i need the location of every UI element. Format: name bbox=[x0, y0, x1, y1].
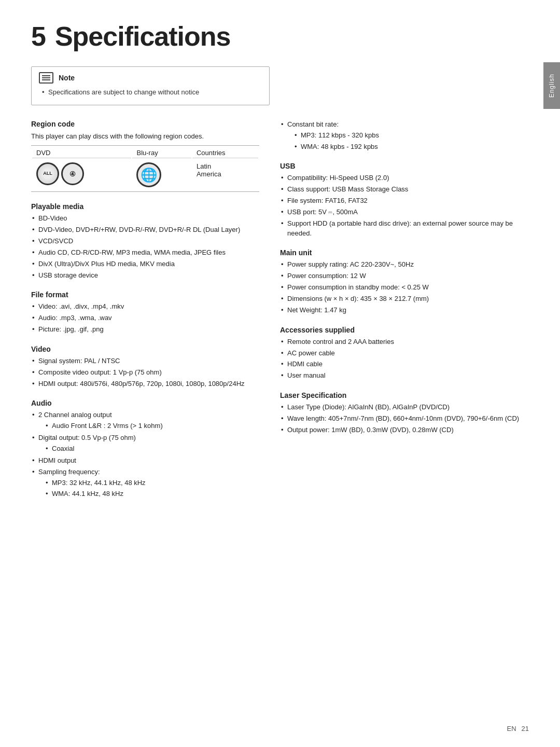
audio-sub-3: MP3: 32 kHz, 44.1 kHz, 48 kHz bbox=[38, 478, 259, 488]
language-label: English bbox=[548, 74, 555, 98]
main-unit-item-1: Power supply rating: AC 220-230V~, 50Hz bbox=[280, 260, 529, 270]
main-unit-item-4: Dimensions (w × h × d): 435 × 38 × 212.7… bbox=[280, 294, 529, 304]
audio-item-4: Sampling frequency: MP3: 32 kHz, 44.1 kH… bbox=[31, 467, 259, 500]
usb-item-2: Class support: USB Mass Storage Class bbox=[280, 185, 529, 195]
laser-heading: Laser Specification bbox=[280, 391, 529, 399]
dvd-region-icons: ALL ④ bbox=[36, 162, 127, 185]
media-item-3: VCD/SVCD bbox=[31, 237, 259, 246]
audio-heading: Audio bbox=[31, 399, 259, 407]
note-icon bbox=[39, 72, 53, 84]
table-header-dvd: DVD bbox=[32, 147, 131, 158]
dvd-icons-cell: ALL ④ bbox=[32, 159, 131, 190]
chapter-number: 5 bbox=[31, 21, 46, 51]
note-list: Specifications are subject to change wit… bbox=[41, 88, 262, 98]
file-format-item-2: Audio: .mp3, .wma, .wav bbox=[31, 313, 259, 323]
audio-list: 2 Channel analog output Audio Front L&R … bbox=[31, 410, 259, 499]
audio-bitrate-header: Constant bit rate: MP3: 112 kbps - 320 k… bbox=[280, 120, 529, 152]
video-item-3: HDMI output: 480i/576i, 480p/576p, 720p,… bbox=[31, 379, 259, 389]
note-header: Note bbox=[39, 72, 262, 84]
audio-wma-bitrate: WMA: 48 kpbs - 192 kpbs bbox=[287, 142, 529, 152]
file-format-item-3: Picture: .jpg, .gif, .png bbox=[31, 325, 259, 335]
note-item-1: Specifications are subject to change wit… bbox=[41, 88, 262, 98]
media-item-1: BD-Video bbox=[31, 214, 259, 224]
audio-item-1: 2 Channel analog output Audio Front L&R … bbox=[31, 410, 259, 431]
main-unit-item-2: Power consumption: 12 W bbox=[280, 271, 529, 281]
left-column: Region code This player can play discs w… bbox=[31, 120, 259, 501]
countries-cell: Latin America bbox=[192, 159, 258, 190]
main-unit-list: Power supply rating: AC 220-230V~, 50Hz … bbox=[280, 260, 529, 315]
laser-item-3: Output power: 1mW (BD), 0.3mW (DVD), 0.2… bbox=[280, 425, 529, 435]
video-item-2: Composite video output: 1 Vp-p (75 ohm) bbox=[31, 368, 259, 378]
page-footer: EN 21 bbox=[507, 725, 529, 732]
accessories-item-1: Remote control and 2 AAA batteries bbox=[280, 337, 529, 347]
country-latin: Latin bbox=[197, 162, 211, 170]
country-america: America bbox=[197, 170, 221, 178]
note-content: Specifications are subject to change wit… bbox=[39, 88, 262, 100]
audio-sub-4: WMA: 44.1 kHz, 48 kHz bbox=[38, 489, 259, 499]
media-item-5: DivX (Ultra)/DivX Plus HD media, MKV med… bbox=[31, 259, 259, 269]
dvd-4-icon: ④ bbox=[61, 162, 84, 185]
language-tab: English bbox=[543, 62, 560, 109]
file-format-heading: File format bbox=[31, 290, 259, 299]
page-number: 21 bbox=[522, 725, 529, 732]
bluray-icons-cell: 🌐 bbox=[132, 159, 191, 190]
bluray-region-icons: 🌐 bbox=[136, 162, 187, 187]
main-unit-item-3: Power consumption in standby mode: < 0.2… bbox=[280, 283, 529, 293]
accessories-item-4: User manual bbox=[280, 371, 529, 381]
main-unit-item-5: Net Weight: 1.47 kg bbox=[280, 306, 529, 315]
usb-item-4: USB port: 5V ⎓, 500mA bbox=[280, 208, 529, 217]
laser-item-2: Wave length: 405+7nm/-7nm (BD), 660+4nm/… bbox=[280, 414, 529, 424]
page-title: 5Specifications bbox=[31, 21, 529, 52]
table-header-countries: Countries bbox=[192, 147, 258, 158]
playable-media-heading: Playable media bbox=[31, 202, 259, 211]
video-heading: Video bbox=[31, 345, 259, 353]
note-box: Note Specifications are subject to chang… bbox=[31, 66, 270, 105]
audio-item-3: HDMI output bbox=[31, 456, 259, 466]
main-unit-heading: Main unit bbox=[280, 248, 529, 257]
audio-sub-1: Audio Front L&R : 2 Vrms (> 1 kohm) bbox=[38, 421, 259, 431]
laser-list: Laser Type (Diode): AlGaInN (BD), AlGaIn… bbox=[280, 403, 529, 435]
note-label: Note bbox=[59, 74, 75, 82]
file-format-list: Video: .avi, .divx, .mp4, .mkv Audio: .m… bbox=[31, 302, 259, 335]
accessories-item-2: AC power cable bbox=[280, 349, 529, 358]
region-table: DVD Blu-ray Countries ALL ④ bbox=[31, 145, 259, 192]
dvd-all-icon: ALL bbox=[36, 162, 59, 185]
bluray-all-icon: 🌐 bbox=[136, 162, 161, 187]
video-item-1: Signal system: PAL / NTSC bbox=[31, 356, 259, 366]
video-list: Signal system: PAL / NTSC Composite vide… bbox=[31, 356, 259, 389]
audio-item-2: Digital output: 0.5 Vp-p (75 ohm) Coaxia… bbox=[31, 433, 259, 454]
playable-media-list: BD-Video DVD-Video, DVD+R/+RW, DVD-R/-RW… bbox=[31, 214, 259, 280]
laser-item-1: Laser Type (Diode): AlGaInN (BD), AlGaIn… bbox=[280, 403, 529, 412]
right-column: Constant bit rate: MP3: 112 kbps - 320 k… bbox=[280, 120, 529, 501]
file-format-item-1: Video: .avi, .divx, .mp4, .mkv bbox=[31, 302, 259, 312]
media-item-6: USB storage device bbox=[31, 271, 259, 281]
accessories-item-3: HDMI cable bbox=[280, 359, 529, 369]
region-code-heading: Region code bbox=[31, 120, 259, 128]
title-text: Specifications bbox=[55, 21, 231, 51]
usb-item-5: Support HDD (a portable hard disc drive)… bbox=[280, 219, 529, 239]
audio-mp3-bitrate: MP3: 112 kbps - 320 kpbs bbox=[287, 131, 529, 141]
region-code-desc: This player can play discs with the foll… bbox=[31, 131, 259, 142]
table-header-bluray: Blu-ray bbox=[132, 147, 191, 158]
page-language: EN bbox=[507, 725, 516, 732]
content-wrapper: Region code This player can play discs w… bbox=[31, 120, 529, 501]
usb-item-3: File system: FAT16, FAT32 bbox=[280, 196, 529, 206]
usb-item-1: Compatibility: Hi-Speed USB (2.0) bbox=[280, 173, 529, 183]
accessories-heading: Accessories supplied bbox=[280, 326, 529, 334]
media-item-2: DVD-Video, DVD+R/+RW, DVD-R/-RW, DVD+R/-… bbox=[31, 225, 259, 235]
usb-heading: USB bbox=[280, 162, 529, 170]
accessories-list: Remote control and 2 AAA batteries AC po… bbox=[280, 337, 529, 381]
media-item-4: Audio CD, CD-R/CD-RW, MP3 media, WMA med… bbox=[31, 248, 259, 258]
usb-list: Compatibility: Hi-Speed USB (2.0) Class … bbox=[280, 173, 529, 238]
audio-sub-2: Coaxial bbox=[38, 444, 259, 454]
audio-bitrate-list: Constant bit rate: MP3: 112 kbps - 320 k… bbox=[280, 120, 529, 152]
